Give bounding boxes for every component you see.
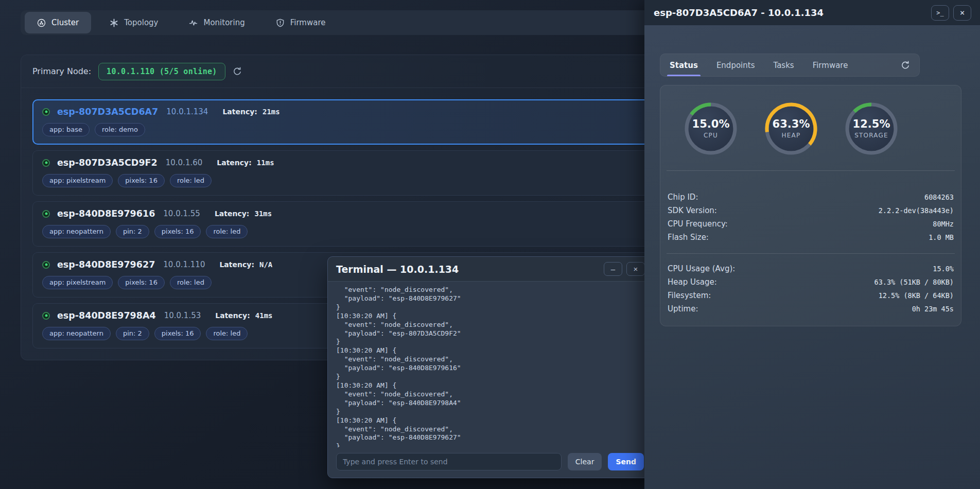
terminal-line: "event": "node_discovered", xyxy=(336,390,644,399)
node-latency-label: Latency: xyxy=(215,209,250,218)
terminal-line: [10:30:20 AM] { xyxy=(336,381,644,390)
gauge-value: 63.3% xyxy=(773,118,810,130)
detail-label: Uptime: xyxy=(668,304,698,313)
node-tag: app: pixelstream xyxy=(42,276,113,289)
tab-tasks[interactable]: Tasks xyxy=(773,54,794,76)
node-tag: role: led xyxy=(206,225,248,238)
node-name: esp-840D8E979616 xyxy=(57,208,155,219)
tab-status[interactable]: Status xyxy=(670,54,698,76)
primary-refresh-button[interactable] xyxy=(233,67,242,76)
terminal-input[interactable] xyxy=(336,453,562,470)
app-screen: ClusterTopologyMonitoringFirmware Primar… xyxy=(0,0,980,489)
status-online-icon xyxy=(42,159,50,167)
node-ip: 10.0.1.53 xyxy=(164,311,201,320)
panel-header: esp-807D3A5CD6A7 - 10.0.1.134 >_ × xyxy=(644,0,980,26)
monitoring-icon xyxy=(189,19,198,27)
terminal-window: Terminal — 10.0.1.134 – × "event": "node… xyxy=(327,256,653,478)
node-tag: role: demo xyxy=(95,123,145,136)
nav-tab-monitoring[interactable]: Monitoring xyxy=(177,12,257,33)
node-detail-panel: esp-807D3A5CD6A7 - 10.0.1.134 >_ × Statu… xyxy=(644,0,980,489)
detail-value: 6084263 xyxy=(924,193,954,201)
refresh-icon xyxy=(901,61,910,70)
gauge-label: HEAP xyxy=(782,132,801,139)
terminal-header[interactable]: Terminal — 10.0.1.134 – × xyxy=(328,257,652,282)
nav-tab-label: Cluster xyxy=(51,18,79,27)
terminal-close-button[interactable]: × xyxy=(626,262,645,276)
detail-label: CPU Usage (Avg): xyxy=(668,264,735,273)
node-ip: 10.0.1.110 xyxy=(163,260,205,269)
nav-tab-label: Monitoring xyxy=(203,18,244,27)
gauge-storage: 12.5%STORAGE xyxy=(845,102,898,155)
detail-row: SDK Version:2.2.2-dev(38a443e) xyxy=(668,204,954,217)
node-tag: pin: 2 xyxy=(116,225,149,238)
detail-value: 12.5% (8KB / 64KB) xyxy=(879,291,954,300)
node-tag: role: led xyxy=(206,327,248,340)
detail-value: 15.0% xyxy=(933,265,954,273)
detail-label: Heap Usage: xyxy=(668,277,717,287)
node-latency-value: 21ms xyxy=(262,108,280,116)
detail-label: Chip ID: xyxy=(668,193,698,202)
details-group: CPU Usage (Avg):15.0%Heap Usage:63.3% (5… xyxy=(660,254,961,317)
detail-row: Flash Size:1.0 MB xyxy=(668,231,954,244)
terminal-line: } xyxy=(336,408,644,416)
terminal-clear-button[interactable]: Clear xyxy=(568,453,602,470)
nav-tab-firmware[interactable]: Firmware xyxy=(264,12,338,33)
terminal-line: } xyxy=(336,303,644,312)
node-latency-value: 11ms xyxy=(257,159,274,167)
gauge-text: 12.5%STORAGE xyxy=(845,102,898,155)
topology-icon xyxy=(110,19,118,27)
terminal-line: } xyxy=(336,442,644,447)
terminal-icon: >_ xyxy=(936,9,943,16)
details-group: Chip ID:6084263SDK Version:2.2.2-dev(38a… xyxy=(660,171,961,253)
panel-close-button[interactable]: × xyxy=(953,5,971,21)
close-icon: × xyxy=(634,265,638,273)
terminal-line: [10:30:20 AM] { xyxy=(336,416,644,425)
panel-refresh-button[interactable] xyxy=(901,61,910,70)
panel-tabs: StatusEndpointsTasksFirmware xyxy=(660,54,920,77)
node-ip: 10.0.1.134 xyxy=(166,107,208,116)
terminal-line: } xyxy=(336,338,644,346)
refresh-icon xyxy=(233,67,242,76)
detail-value: 80MHz xyxy=(933,220,954,228)
terminal-line: "payload": "esp-840D8E979627" xyxy=(336,294,644,303)
nav-tab-cluster[interactable]: Cluster xyxy=(25,12,91,33)
gauge-value: 15.0% xyxy=(692,118,730,130)
node-latency-label: Latency: xyxy=(215,311,250,320)
terminal-minimize-button[interactable]: – xyxy=(604,262,622,276)
node-tag: pixels: 16 xyxy=(118,276,165,289)
node-tag: pixels: 16 xyxy=(154,225,201,238)
node-tag: pixels: 16 xyxy=(118,174,165,187)
terminal-line: "event": "node_discovered", xyxy=(336,321,644,329)
node-name: esp-840D8E9798A4 xyxy=(57,310,156,321)
detail-row: Heap Usage:63.3% (51KB / 80KB) xyxy=(668,275,954,289)
detail-row: Filesystem:12.5% (8KB / 64KB) xyxy=(668,289,954,302)
nav-tab-topology[interactable]: Topology xyxy=(97,12,170,33)
nav-tab-label: Topology xyxy=(124,18,158,27)
node-tag: pin: 2 xyxy=(116,327,149,340)
terminal-title: Terminal — 10.0.1.134 xyxy=(336,264,600,275)
node-latency-value: 41ms xyxy=(255,311,273,320)
tab-endpoints[interactable]: Endpoints xyxy=(716,54,755,76)
minimize-icon: – xyxy=(611,265,615,273)
node-name: esp-807D3A5CD6A7 xyxy=(57,107,158,117)
gauge-text: 15.0%CPU xyxy=(684,102,738,155)
node-latency-value: N/A xyxy=(259,260,272,269)
gauge-cpu: 15.0%CPU xyxy=(684,102,738,155)
firmware-icon xyxy=(276,19,285,27)
terminal-line: "event": "node_discovered", xyxy=(336,286,644,294)
tab-firmware[interactable]: Firmware xyxy=(813,54,848,76)
node-tag: app: neopattern xyxy=(42,327,111,340)
detail-value: 2.2.2-dev(38a443e) xyxy=(879,206,954,215)
detail-label: SDK Version: xyxy=(668,206,717,215)
gauge-heap: 63.3%HEAP xyxy=(764,102,818,155)
panel-terminal-button[interactable]: >_ xyxy=(931,5,949,21)
status-online-icon xyxy=(42,312,50,320)
detail-row: Chip ID:6084263 xyxy=(668,190,954,204)
detail-label: Flash Size: xyxy=(668,233,709,242)
detail-value: 63.3% (51KB / 80KB) xyxy=(874,278,954,286)
status-online-icon xyxy=(42,210,50,218)
detail-label: Filesystem: xyxy=(668,291,711,300)
node-latency-label: Latency: xyxy=(219,260,254,269)
node-latency-label: Latency: xyxy=(222,108,257,116)
terminal-send-button[interactable]: Send xyxy=(608,453,644,470)
